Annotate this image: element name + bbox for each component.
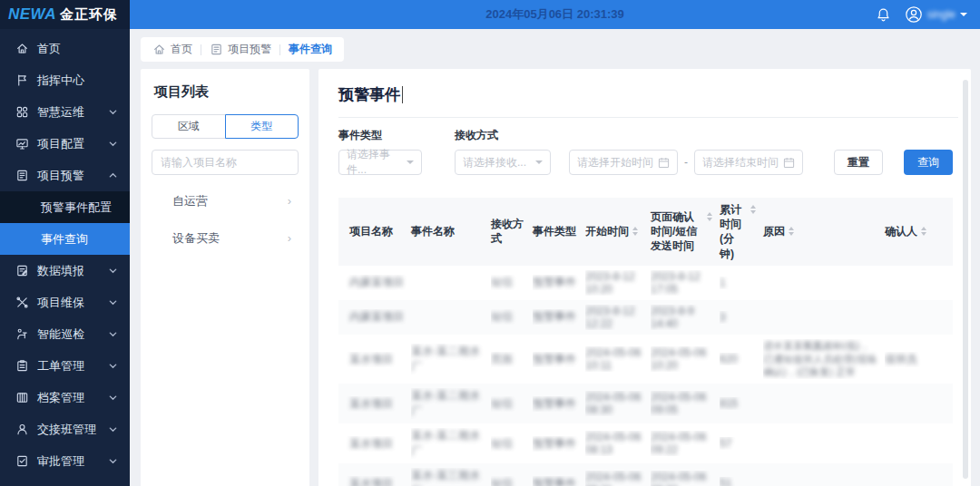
sidebar-subitem[interactable]: 预警事件配置: [0, 191, 130, 223]
start-time-picker[interactable]: 请选择开始时间: [569, 150, 678, 175]
column-header[interactable]: 页面确认时间/短信发送时间: [651, 209, 720, 254]
column-header[interactable]: 原因: [763, 224, 885, 238]
tab-active[interactable]: 类型: [225, 114, 299, 139]
patrol-icon: [15, 327, 29, 341]
sidebar-item-tools[interactable]: 项目维保: [0, 287, 130, 318]
cell-reason: 进水某某氨氮超标(低)，已通知值班人员处理(现场确认)，(已恢复) 正常: [763, 339, 885, 380]
breadcrumb-item[interactable]: 首页: [152, 42, 192, 57]
sidebar-subitem-active[interactable]: 事件查询: [0, 223, 130, 255]
cell-project: 某水项目: [338, 436, 411, 452]
cell-confirmer: 值班员: [885, 352, 953, 367]
vertical-scrollbar[interactable]: [963, 80, 968, 479]
panels-wrap: 项目列表 区域类型 自运营›设备买卖› 预警事件 事件类型: [141, 69, 971, 486]
chevron-down-icon: [535, 160, 543, 164]
breadcrumb: 首页项目预警事件查询: [141, 37, 344, 62]
column-header-label: 开始时间: [585, 224, 629, 238]
search-button[interactable]: 查询: [904, 150, 953, 175]
edit-doc-icon: [15, 264, 29, 277]
table-row: 某水项目某水-某三期水厂短信预警事件2024-05-06 08:212024-0…: [338, 463, 953, 486]
events-table: 项目名称事件名称接收方式事件类型开始时间页面确认时间/短信发送时间累计时间 (分…: [338, 198, 953, 486]
cell-minutes: 620: [720, 353, 763, 365]
sort-icon[interactable]: [632, 227, 638, 236]
sidebar-item-user[interactable]: 交接班管理: [0, 413, 130, 445]
document-icon: [15, 169, 29, 182]
sidebar-item-home[interactable]: 首页: [0, 33, 130, 64]
breadcrumb-item[interactable]: 项目预警: [210, 42, 271, 57]
cell-project: 内蒙某项目: [338, 275, 411, 290]
sidebar-item-label: 首页: [37, 41, 118, 57]
cell-event: 某水-某三期水厂: [411, 468, 491, 486]
sidebar-item-edit-doc[interactable]: 数据填报: [0, 255, 130, 287]
project-search-input[interactable]: [152, 150, 299, 175]
logo-company-name: 金正环保: [60, 6, 118, 24]
chevron-down-icon: [407, 160, 414, 164]
approve-icon: [15, 454, 29, 468]
sidebar-item-document[interactable]: 项目预警: [0, 160, 130, 191]
sort-icon[interactable]: [707, 212, 712, 221]
cell-receive: 页面: [491, 352, 533, 367]
cell-minutes: 1: [720, 277, 763, 289]
project-list-tabs: 区域类型: [152, 114, 299, 139]
sidebar-item-label: 档案管理: [37, 390, 100, 406]
end-time-picker[interactable]: 请选择结束时间: [694, 150, 803, 175]
cell-start: 2024-05-06 08:30: [585, 391, 651, 416]
cell-project: 内蒙某项目: [338, 309, 411, 325]
tree-node-label: 设备买卖: [172, 230, 220, 247]
sidebar-item-monitor[interactable]: 项目配置: [0, 128, 130, 160]
logo-brand-text: NEWA: [8, 5, 56, 24]
table-row: 某水项目某水-某二期水厂页面预警事件2024-05-06 10:112024-0…: [338, 335, 953, 384]
column-header-label: 累计时间 (分钟): [720, 202, 747, 261]
sidebar-item-flag[interactable]: 指挥中心: [0, 64, 130, 96]
user-dropdown-caret-icon: [960, 13, 967, 16]
chevron-up-icon: [108, 170, 118, 180]
reset-button[interactable]: 重置: [834, 150, 883, 175]
sidebar-item-clipboard[interactable]: 工单管理: [0, 350, 130, 382]
tree-node[interactable]: 自运营›: [152, 182, 299, 219]
sidebar-item-label: 智慧运维: [37, 104, 100, 121]
chevron-down-icon: [108, 456, 118, 466]
topbar-actions: single: [876, 5, 980, 24]
column-header-label: 原因: [763, 224, 785, 238]
chevron-down-icon: [108, 139, 118, 149]
calendar-icon: [783, 157, 795, 169]
column-header[interactable]: 累计时间 (分钟): [720, 202, 763, 261]
column-header-label: 项目名称: [349, 224, 393, 238]
monitor-icon: [15, 137, 29, 151]
event-type-filter: 事件类型 请选择事件...: [338, 128, 422, 175]
sidebar-item-grid[interactable]: 智慧运维: [0, 96, 130, 128]
sidebar-item-label: 审批管理: [37, 453, 100, 470]
cell-minutes: 51: [720, 477, 763, 486]
sidebar-subitem-label: 预警事件配置: [41, 199, 112, 216]
sort-icon[interactable]: [750, 205, 756, 214]
column-header[interactable]: 确认人: [885, 224, 953, 238]
column-header[interactable]: 开始时间: [585, 224, 651, 238]
user-menu[interactable]: single: [905, 5, 967, 24]
column-header-label: 事件名称: [411, 224, 455, 238]
notification-bell-icon[interactable]: [876, 7, 891, 23]
receive-mode-label: 接收方式: [455, 128, 551, 143]
cell-event: 某水-某二期水厂: [411, 428, 491, 459]
cell-confirm: 2023-8-12 17:05: [651, 270, 720, 296]
event-type-select[interactable]: 请选择事件...: [338, 150, 422, 175]
tree-node[interactable]: 设备买卖›: [152, 219, 299, 257]
sidebar-item-approve[interactable]: 审批管理: [0, 445, 130, 477]
cell-event: 某水-某二期水厂: [411, 344, 491, 374]
sidebar-item-label: 指挥中心: [37, 73, 118, 89]
chevron-down-icon: [108, 107, 118, 117]
tree-node-label: 自运营: [172, 193, 208, 209]
date-range-filter: 请选择开始时间 - 请选择结束时间: [569, 150, 803, 175]
sort-icon[interactable]: [789, 227, 794, 236]
cell-start: 2024-05-06 08:13: [585, 431, 651, 456]
sort-icon[interactable]: [921, 227, 926, 236]
chevron-down-icon: [108, 297, 118, 307]
breadcrumb-item[interactable]: 事件查询: [289, 42, 332, 57]
cell-confirm: 2023-8-9 14:40: [651, 305, 720, 330]
tab-inactive[interactable]: 区域: [152, 114, 226, 139]
flag-icon: [15, 73, 29, 87]
warning-events-panel: 预警事件 事件类型 请选择事件... 接收方式: [318, 69, 971, 486]
sidebar-item-patrol[interactable]: 智能巡检: [0, 318, 130, 350]
start-time-placeholder: 请选择开始时间: [577, 155, 653, 170]
sidebar-item-archive[interactable]: 档案管理: [0, 382, 130, 413]
receive-mode-select[interactable]: 请选择接收...: [455, 150, 551, 175]
column-header: 项目名称: [338, 224, 411, 238]
